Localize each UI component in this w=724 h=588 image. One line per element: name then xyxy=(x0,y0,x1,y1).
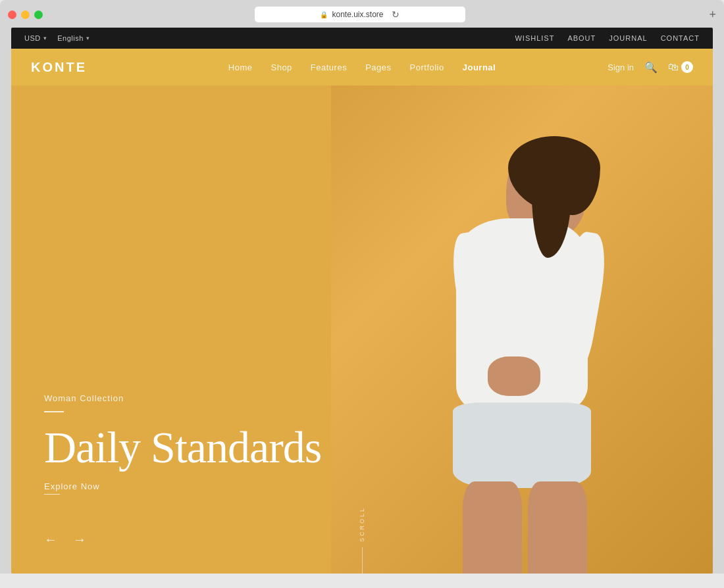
currency-label: USD xyxy=(24,34,41,42)
close-button[interactable] xyxy=(8,11,16,19)
wishlist-link[interactable]: WISHLIST xyxy=(515,34,554,42)
hero-title-underline xyxy=(44,411,64,412)
nav-journal[interactable]: Journal xyxy=(463,62,496,72)
hero-content: Woman Collection Daily Standards Explore… xyxy=(44,393,321,495)
contact-link[interactable]: CONTACT xyxy=(661,34,700,42)
browser-traffic-lights xyxy=(8,11,43,19)
hero-arrows: ← → xyxy=(44,532,86,547)
language-selector[interactable]: English ▾ xyxy=(57,34,90,42)
site-logo[interactable]: KONTE xyxy=(31,60,87,75)
hero-section: Woman Collection Daily Standards Explore… xyxy=(11,86,713,574)
cart-icon: 🛍 xyxy=(668,61,679,73)
utility-right: WISHLIST ABOUT JOURNAL CONTACT xyxy=(515,34,700,42)
url-field[interactable]: 🔒 konte.uix.store ↻ xyxy=(255,7,465,22)
figure-body xyxy=(423,126,621,574)
figure-hands xyxy=(488,356,540,396)
hero-image xyxy=(331,86,713,574)
address-bar[interactable]: 🔒 konte.uix.store ↻ xyxy=(56,7,663,22)
url-text: konte.uix.store xyxy=(332,10,383,19)
currency-selector[interactable]: USD ▾ xyxy=(24,34,47,42)
currency-chevron: ▾ xyxy=(43,35,47,41)
journal-link[interactable]: JOURNAL xyxy=(609,34,647,42)
lock-icon: 🔒 xyxy=(320,11,328,18)
nav-pages[interactable]: Pages xyxy=(365,62,391,72)
hero-subtitle: Woman Collection xyxy=(44,393,321,403)
figure-leg-right xyxy=(528,481,587,574)
utility-bar: USD ▾ English ▾ WISHLIST ABOUT JOURNAL C… xyxy=(11,28,713,49)
new-tab-button[interactable]: + xyxy=(709,8,716,22)
browser-chrome: 🔒 konte.uix.store ↻ + USD ▾ English ▾ WI… xyxy=(0,0,724,574)
nav-shop[interactable]: Shop xyxy=(271,62,292,72)
maximize-button[interactable] xyxy=(34,11,43,19)
hero-cta-text[interactable]: Explore Now xyxy=(44,481,321,491)
language-chevron: ▾ xyxy=(86,35,90,41)
about-link[interactable]: ABOUT xyxy=(567,34,596,42)
search-icon[interactable]: 🔍 xyxy=(644,61,658,74)
nav-right-actions: Sign in 🔍 🛍 0 xyxy=(608,61,693,74)
browser-titlebar: 🔒 konte.uix.store ↻ + xyxy=(0,7,724,28)
main-navigation: KONTE Home Shop Features Pages Portfolio… xyxy=(11,49,713,86)
hero-cta-underline xyxy=(44,494,60,495)
scroll-line xyxy=(362,547,363,574)
nav-portfolio[interactable]: Portfolio xyxy=(410,62,444,72)
figure-leg-left xyxy=(463,481,522,574)
cart-count: 0 xyxy=(681,61,693,73)
website-content: USD ▾ English ▾ WISHLIST ABOUT JOURNAL C… xyxy=(11,28,713,574)
signin-link[interactable]: Sign in xyxy=(608,62,634,72)
scroll-label: SCROLL xyxy=(359,506,365,542)
reload-icon[interactable]: ↻ xyxy=(392,9,400,20)
language-label: English xyxy=(57,34,84,42)
scroll-indicator: SCROLL xyxy=(359,506,365,574)
nav-home[interactable]: Home xyxy=(228,62,253,72)
nav-links: Home Shop Features Pages Portfolio Journ… xyxy=(228,62,496,72)
cart-button[interactable]: 🛍 0 xyxy=(668,61,693,73)
minimize-button[interactable] xyxy=(21,11,30,19)
figure-shorts xyxy=(453,403,591,488)
hero-title: Daily Standards xyxy=(44,424,321,471)
utility-left: USD ▾ English ▾ xyxy=(24,34,90,42)
nav-features[interactable]: Features xyxy=(311,62,347,72)
next-arrow[interactable]: → xyxy=(73,532,86,547)
prev-arrow[interactable]: ← xyxy=(44,532,57,547)
